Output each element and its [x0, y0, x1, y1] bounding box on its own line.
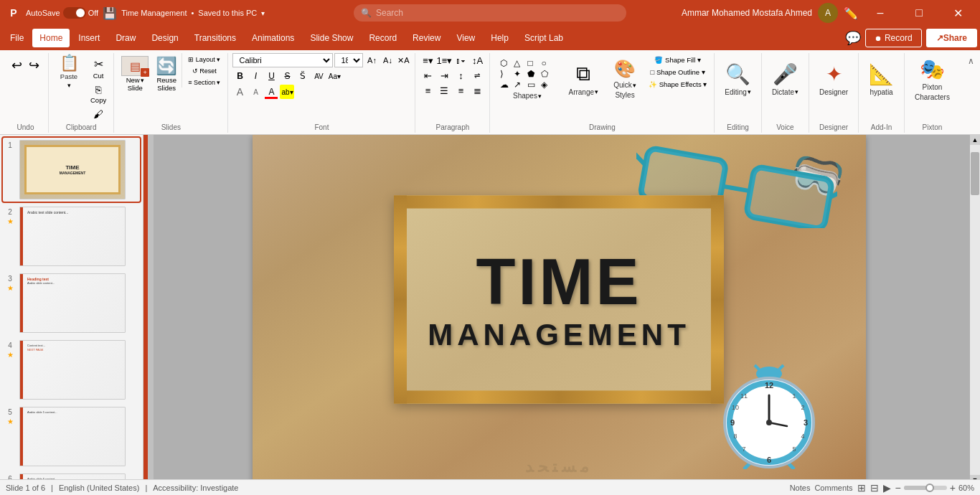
font-size-increase2[interactable]: A: [232, 85, 247, 99]
pixton-button[interactable]: 🎭 Pixton Characters: [909, 53, 956, 105]
font-color-button[interactable]: A: [264, 85, 278, 99]
cut-button[interactable]: ✂ Cut: [88, 56, 109, 81]
menu-insert[interactable]: Insert: [71, 29, 107, 47]
close-button[interactable]: ✕: [941, 0, 974, 26]
slide-thumb-3[interactable]: 3 ★ Heading text Arabic slide content...: [3, 271, 140, 335]
menu-transitions[interactable]: Transitions: [187, 29, 243, 47]
editing-button[interactable]: 🔍 Editing ▾: [719, 53, 757, 105]
zoom-slider[interactable]: [904, 486, 947, 490]
paste-button[interactable]: 📋 Paste ▾: [53, 53, 85, 91]
scroll-track[interactable]: [970, 145, 980, 475]
underline-button[interactable]: U: [264, 69, 278, 83]
font-name-select[interactable]: Calibri: [232, 53, 333, 67]
slide-thumb-5[interactable]: 5 ★ Arabic slide 5 content...: [3, 405, 140, 468]
notes-button[interactable]: Notes: [790, 484, 811, 492]
align-center-button[interactable]: ☰: [436, 83, 452, 98]
shape-outline-button[interactable]: □ Shape Outline ▾: [646, 67, 710, 77]
slide-canvas[interactable]: 🥽: [253, 135, 866, 479]
menu-view[interactable]: View: [449, 29, 482, 47]
chat-icon[interactable]: 💬: [845, 30, 861, 46]
save-icon[interactable]: 💾: [103, 6, 117, 20]
accessibility-status[interactable]: Accessibility: Investigate: [153, 484, 238, 492]
format-painter-button[interactable]: 🖌: [88, 107, 109, 122]
reset-button[interactable]: ↺ Reset: [185, 66, 223, 76]
menu-animations[interactable]: Animations: [245, 29, 301, 47]
zoom-thumb[interactable]: [925, 484, 934, 492]
layout-button[interactable]: ⊞ Layout ▾: [185, 55, 223, 65]
increase-indent-button[interactable]: ⇥: [436, 68, 452, 82]
pen-icon[interactable]: ✏️: [844, 6, 858, 20]
autosave-toggle[interactable]: Off: [63, 7, 98, 19]
designer-button[interactable]: ✦ Designer: [814, 53, 854, 105]
undo-button[interactable]: ↩: [9, 56, 25, 75]
decrease-font-button[interactable]: A↓: [380, 53, 395, 67]
font-size-decrease2[interactable]: A: [248, 85, 263, 99]
scroll-up-button[interactable]: ▲: [970, 135, 980, 145]
search-bar[interactable]: 🔍 Search: [354, 4, 626, 22]
col-button[interactable]: ⫾▾: [453, 53, 468, 67]
slide-thumb-6[interactable]: 6 Arabic slide 6 content...: [3, 471, 140, 479]
slide-thumb-4[interactable]: 4 ★ Content text... NEXT PAGE: [3, 338, 140, 402]
change-case-button[interactable]: Aa▾: [327, 69, 341, 83]
align-left-button[interactable]: ≡: [420, 83, 435, 98]
decrease-indent-button[interactable]: ⇤: [420, 68, 435, 82]
section-button[interactable]: ≡ Section ▾: [185, 77, 223, 88]
menu-design[interactable]: Design: [144, 29, 185, 47]
redo-button[interactable]: ↪: [26, 56, 42, 75]
right-scrollbar[interactable]: ▲ ▼: [970, 135, 980, 479]
maximize-button[interactable]: □: [903, 0, 936, 26]
menu-scriptlab[interactable]: Script Lab: [517, 29, 570, 47]
view-slideshow-button[interactable]: ▶: [883, 482, 891, 494]
zoom-level[interactable]: 60%: [958, 484, 974, 492]
increase-font-button[interactable]: A↑: [364, 53, 379, 67]
menu-record[interactable]: Record: [362, 29, 404, 47]
paste-dropdown[interactable]: ▾: [67, 82, 71, 89]
zoom-in-button[interactable]: +: [950, 482, 956, 494]
slide-thumb-2[interactable]: 2 ★ Arabic text slide content...: [3, 204, 140, 268]
shape-effects-button[interactable]: ✨ Shape Effects ▾: [646, 79, 710, 90]
record-button[interactable]: ⏺ ⏺ Record Record: [865, 29, 922, 47]
ribbon-collapse-button[interactable]: ∧: [965, 53, 977, 69]
shapes-button[interactable]: ⬡△□○ ⟩✦⬟⬠ ☁↗▭◈ Shapes ▾: [494, 53, 560, 105]
align-right-button[interactable]: ≡: [453, 83, 468, 98]
font-size-select[interactable]: 18: [334, 53, 363, 67]
menu-file[interactable]: File: [3, 29, 31, 47]
justify-button[interactable]: ≣: [469, 83, 485, 98]
share-button[interactable]: ↗ Share: [926, 29, 977, 47]
view-normal-button[interactable]: ⊞: [857, 482, 866, 494]
copy-button[interactable]: ⎘ Copy: [88, 82, 109, 105]
new-slide-button[interactable]: ▤ + New ▾ Slide: [118, 53, 151, 95]
char-spacing-button[interactable]: AV: [311, 69, 326, 83]
shapes-grid: ⬡△□○ ⟩✦⬟⬠ ☁↗▭◈: [500, 58, 554, 90]
italic-button[interactable]: I: [248, 69, 263, 83]
comments-button[interactable]: Comments: [814, 484, 852, 492]
menu-home[interactable]: Home: [32, 29, 70, 47]
convert-button[interactable]: ⇌: [469, 68, 485, 82]
menu-review[interactable]: Review: [405, 29, 448, 47]
hypatia-button[interactable]: 📐 hypatia: [863, 53, 900, 105]
numbering-button[interactable]: 1≡▾: [436, 53, 452, 67]
saved-dropdown[interactable]: ▾: [261, 9, 265, 17]
quick-styles-button[interactable]: 🎨 Quick ▾ Styles: [607, 53, 643, 105]
reuse-slides-button[interactable]: 🔄 Reuse Slides: [153, 53, 180, 95]
record-dot: ⏺: [875, 34, 882, 42]
slide-thumb-1[interactable]: 1 TIME MANAGEMENT: [3, 138, 140, 202]
dictate-button[interactable]: 🎤 Dictate ▾: [766, 53, 804, 105]
shape-fill-button[interactable]: 🪣 Shape Fill ▾: [646, 55, 710, 65]
arrange-button[interactable]: ⧉ Arrange ▾: [562, 53, 604, 105]
bullets-button[interactable]: ≡▾: [420, 53, 435, 67]
bold-button[interactable]: B: [232, 69, 247, 83]
scroll-thumb[interactable]: [971, 152, 979, 195]
menu-help[interactable]: Help: [484, 29, 516, 47]
highlight-button[interactable]: ab▾: [280, 85, 294, 99]
minimize-button[interactable]: –: [864, 0, 897, 26]
sort-button[interactable]: ↕A: [469, 53, 485, 67]
line-spacing-button[interactable]: ↕: [453, 68, 468, 82]
menu-slideshow[interactable]: Slide Show: [303, 29, 360, 47]
zoom-out-button[interactable]: −: [895, 482, 901, 494]
clear-format-button[interactable]: ✕A: [396, 53, 410, 67]
shadow-button[interactable]: S̈: [296, 69, 310, 83]
view-outline-button[interactable]: ⊟: [870, 482, 879, 494]
menu-draw[interactable]: Draw: [108, 29, 143, 47]
strikethrough-button[interactable]: S: [280, 69, 294, 83]
